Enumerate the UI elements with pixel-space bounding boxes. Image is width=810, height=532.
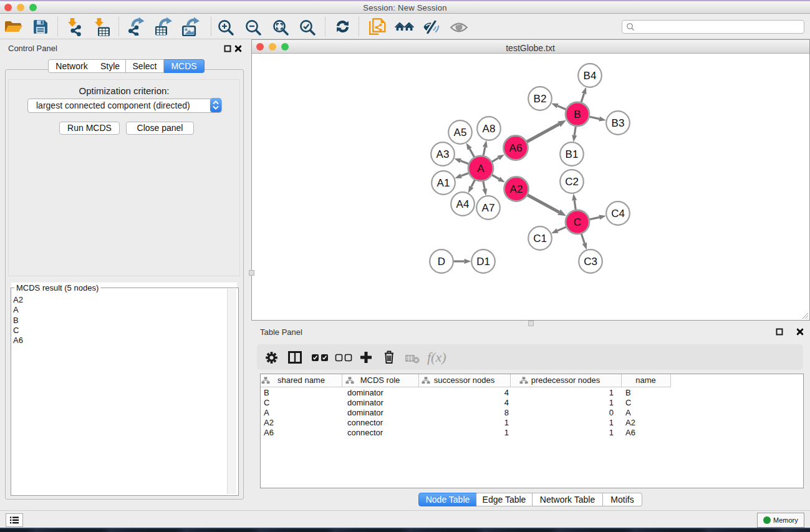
svg-text:D1: D1 <box>476 256 490 268</box>
svg-text:B4: B4 <box>584 70 597 82</box>
svg-text:A: A <box>477 163 485 175</box>
svg-text:C4: C4 <box>611 208 625 220</box>
svg-text:A4: A4 <box>456 198 470 210</box>
svg-text:B: B <box>574 109 581 120</box>
svg-text:A5: A5 <box>454 127 467 138</box>
svg-text:A3: A3 <box>436 148 450 160</box>
svg-text:B1: B1 <box>566 148 579 160</box>
svg-text:C2: C2 <box>565 176 579 188</box>
svg-text:C3: C3 <box>584 256 597 268</box>
svg-text:C1: C1 <box>533 233 547 244</box>
svg-text:A2: A2 <box>510 183 523 195</box>
svg-text:A6: A6 <box>509 142 523 154</box>
svg-text:B2: B2 <box>534 93 547 105</box>
svg-text:A8: A8 <box>483 123 496 135</box>
svg-text:A1: A1 <box>437 177 450 189</box>
svg-text:A7: A7 <box>482 202 495 214</box>
svg-text:C: C <box>574 216 581 228</box>
svg-text:D: D <box>438 256 445 268</box>
svg-text:B3: B3 <box>612 117 625 129</box>
